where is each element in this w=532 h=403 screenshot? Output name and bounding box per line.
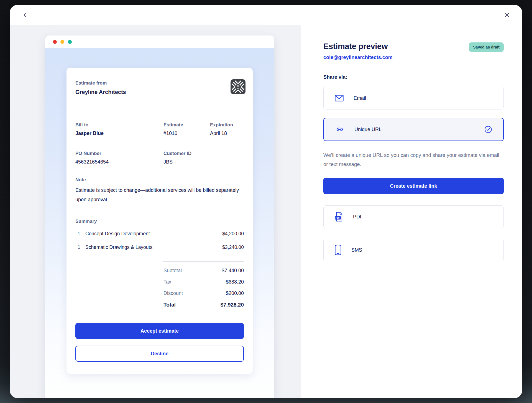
customer-id-label: Customer ID [163,151,210,156]
chevron-left-icon [22,12,27,17]
company-name: Greyline Architects [75,89,244,95]
total-label: Total [163,302,176,308]
line-item: 1 Concept Design Development $4,200.00 [75,227,244,241]
po-number-value: 456321654654 [75,159,163,165]
note-text: Estimate is subject to change—additional… [75,185,244,204]
email-icon [335,95,344,101]
expiration-label: Expiration [210,122,244,128]
line-item-qty: 1 [75,231,85,237]
po-number-label: PO Number [75,151,163,156]
page-title: Estimate preview [323,42,388,51]
card-divider [75,112,244,112]
smartphone-icon [335,245,341,255]
decline-button[interactable]: Decline [75,346,244,362]
share-option-label: Email [354,95,366,101]
traffic-light-yellow-icon [60,40,64,44]
browser-titlebar [45,35,274,48]
traffic-light-red-icon [53,40,57,44]
share-option-email[interactable]: Email [323,87,504,109]
totals-divider [163,261,244,262]
total-row: Total $7,928.20 [75,299,244,311]
subtotal-label: Subtotal [163,268,182,274]
create-estimate-link-button[interactable]: Create estimate link [323,178,504,194]
close-icon [504,12,510,18]
summary-label: Summary [75,219,244,224]
browser-mockup: Estimate from Greyline Architects [45,35,274,398]
check-circle-icon [484,126,492,133]
share-option-pdf[interactable]: PDF PDF [323,205,504,228]
tax-label: Tax [163,279,171,285]
estimate-number-label: Estimate [163,122,210,128]
share-option-label: Unique URL [354,127,382,132]
share-option-sms[interactable]: SMS [323,239,504,261]
modal-topbar [10,5,522,25]
expiration-value: April 18 [210,131,244,136]
tax-value: $688.20 [226,279,244,285]
company-logo-icon [231,79,245,94]
pdf-icon: PDF [335,212,343,222]
line-item-amount: $4,200.00 [222,231,244,237]
line-item: 1 Schematic Drawings & Layouts $3,240.00 [75,241,244,254]
total-value: $7,928.20 [220,302,244,308]
po-info-row: PO Number 456321654654 Customer ID JBS [75,151,244,165]
saved-as-draft-badge: Saved as draft [469,42,504,52]
line-item-qty: 1 [75,244,85,250]
link-icon [335,126,344,133]
discount-label: Discount [163,290,183,296]
billing-info-row: Bill to Jasper Blue Estimate #1010 Expir… [75,122,244,136]
customer-id-value: JBS [163,159,210,165]
close-button[interactable] [502,10,512,20]
estimate-number-value: #1010 [163,131,210,136]
tax-row: Tax $688.20 [75,276,244,288]
line-item-name: Concept Design Development [85,231,150,237]
line-item-name: Schematic Drawings & Layouts [85,244,152,250]
traffic-light-green-icon [68,40,72,44]
back-button[interactable] [20,10,30,20]
share-panel: Estimate preview Saved as draft cole@gre… [301,25,522,398]
estimate-share-modal: Estimate from Greyline Architects [10,5,522,398]
share-via-label: Share via: [323,74,504,80]
share-option-label: SMS [351,247,362,253]
bill-to-label: Bill to [75,122,163,128]
discount-value: $200.00 [226,290,244,296]
estimate-card: Estimate from Greyline Architects [66,68,253,374]
subtotal-row: Subtotal $7,440.00 [75,265,244,276]
note-label: Note [75,177,244,183]
accept-estimate-button[interactable]: Accept estimate [75,323,244,339]
svg-text:PDF: PDF [336,216,340,219]
browser-body: Estimate from Greyline Architects [45,48,274,398]
share-option-unique-url[interactable]: Unique URL [323,118,504,141]
discount-row: Discount $200.00 [75,288,244,299]
unique-url-description: We’ll create a unique URL so you can cop… [323,151,504,169]
estimate-preview-pane: Estimate from Greyline Architects [10,25,301,398]
bill-to-value: Jasper Blue [75,131,163,136]
subtotal-value: $7,440.00 [222,268,244,274]
line-item-amount: $3,240.00 [222,244,244,250]
estimate-from-label: Estimate from [75,80,244,86]
sender-email-link[interactable]: cole@greylinearchitects.com [323,55,393,60]
share-option-label: PDF [353,214,363,220]
